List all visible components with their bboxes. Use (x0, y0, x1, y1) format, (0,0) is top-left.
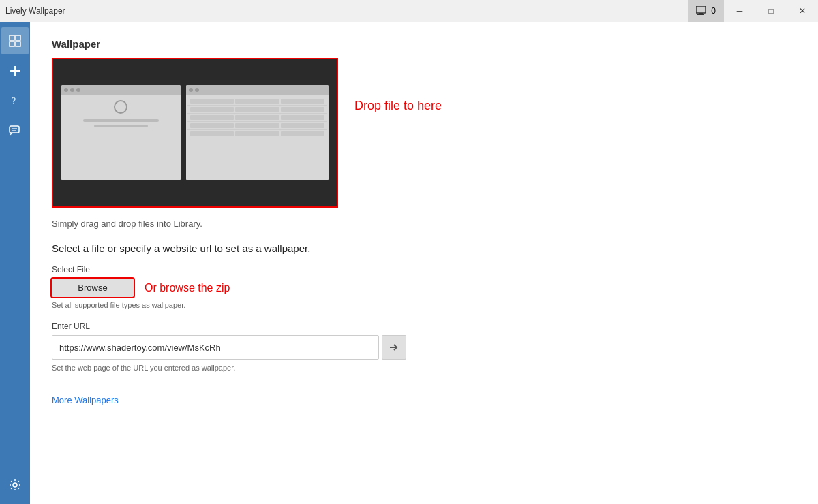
monitor-icon (696, 6, 707, 16)
select-file-label: Select File (52, 265, 796, 274)
arrow-right-icon (389, 343, 399, 352)
mock-cell-12 (281, 123, 324, 128)
mock-cell-1 (190, 99, 234, 104)
svg-rect-6 (16, 42, 20, 46)
drop-zone[interactable] (52, 58, 338, 208)
url-go-button[interactable] (382, 335, 406, 360)
svg-point-14 (13, 483, 17, 487)
mock-cell-7 (190, 115, 234, 120)
mock-row-4 (187, 122, 327, 130)
screenshot-preview (53, 59, 337, 206)
app-container: ? Wallpaper (0, 22, 818, 504)
svg-text:?: ? (12, 96, 16, 106)
mock-titlebar-2 (186, 85, 329, 95)
mock-table (186, 95, 329, 141)
mock-cell-14 (235, 131, 279, 136)
mock-cell-10 (190, 123, 234, 128)
grid-icon (9, 35, 21, 47)
svg-rect-3 (10, 35, 14, 40)
url-row (52, 335, 796, 360)
chat-icon (9, 125, 21, 137)
svg-rect-5 (10, 42, 14, 46)
svg-rect-2 (697, 14, 704, 15)
mock-cell-11 (235, 123, 279, 128)
browse-row: Browse Or browse the zip (52, 279, 796, 297)
maximize-button[interactable]: □ (755, 0, 787, 22)
app-title: Lively Wallpaper (5, 6, 65, 16)
sidebar-item-chat[interactable] (1, 117, 29, 144)
titlebar: Lively Wallpaper 0 ─ □ ✕ (0, 0, 818, 22)
sidebar-item-add[interactable] (1, 57, 29, 84)
monitor-count: 0 (711, 6, 716, 16)
mock-cell-9 (281, 115, 324, 120)
mock-cell-8 (235, 115, 279, 120)
select-section-title: Select a file or specify a website url t… (52, 242, 796, 254)
minimize-button[interactable]: ─ (724, 0, 755, 22)
mock-dot-2 (70, 88, 74, 92)
mock-text-2 (94, 125, 148, 127)
main-content: Wallpaper (30, 22, 818, 504)
mock-cell-15 (281, 131, 324, 136)
mock-window-2 (186, 85, 329, 180)
help-icon: ? (9, 95, 21, 107)
sidebar-item-settings[interactable] (1, 474, 29, 501)
mock-cell-5 (235, 107, 279, 112)
wallpaper-section-title: Wallpaper (52, 38, 796, 50)
mock-dot-3 (76, 88, 80, 92)
mock-dot-1 (64, 88, 68, 92)
settings-icon (9, 479, 21, 491)
close-button[interactable]: ✕ (787, 0, 818, 22)
mock-row-3 (187, 114, 327, 122)
mock-row-1 (187, 97, 327, 106)
browse-hint: Set all supported file types as wallpape… (52, 301, 796, 309)
mock-row-2 (187, 106, 327, 114)
drop-zone-wrapper: Drop file to here (52, 58, 796, 208)
more-wallpapers-link[interactable]: More Wallpapers (52, 395, 119, 405)
mock-circle (114, 100, 127, 114)
svg-rect-10 (10, 126, 19, 133)
mock-text-1 (83, 119, 159, 122)
svg-rect-0 (696, 6, 706, 13)
sidebar-item-help[interactable]: ? (1, 87, 29, 114)
add-icon (9, 65, 21, 77)
drop-hint-text: Drop file to here (354, 58, 442, 113)
svg-rect-4 (16, 35, 20, 40)
mock-cell-4 (190, 107, 234, 112)
browse-button[interactable]: Browse (52, 279, 134, 297)
mock-dot-4 (189, 88, 193, 92)
mock-window-body-1 (61, 95, 181, 133)
svg-rect-1 (699, 13, 703, 14)
url-label: Enter URL (52, 321, 796, 331)
mock-cell-13 (190, 131, 234, 136)
sidebar: ? (0, 22, 30, 504)
url-hint: Set the web page of the URL you entered … (52, 364, 796, 372)
mock-dot-5 (195, 88, 199, 92)
mock-row-5 (187, 130, 327, 138)
mock-cell-6 (281, 107, 324, 112)
mock-cell-3 (281, 99, 324, 104)
mock-cell-2 (235, 99, 279, 104)
sidebar-item-library[interactable] (1, 27, 29, 54)
mock-titlebar-1 (61, 85, 181, 95)
monitor-button[interactable]: 0 (688, 0, 724, 22)
url-input[interactable] (52, 335, 379, 360)
drag-caption: Simply drag and drop files into Library. (52, 219, 796, 229)
browse-zip-label: Or browse the zip (145, 282, 230, 294)
mock-window-1 (61, 85, 181, 180)
